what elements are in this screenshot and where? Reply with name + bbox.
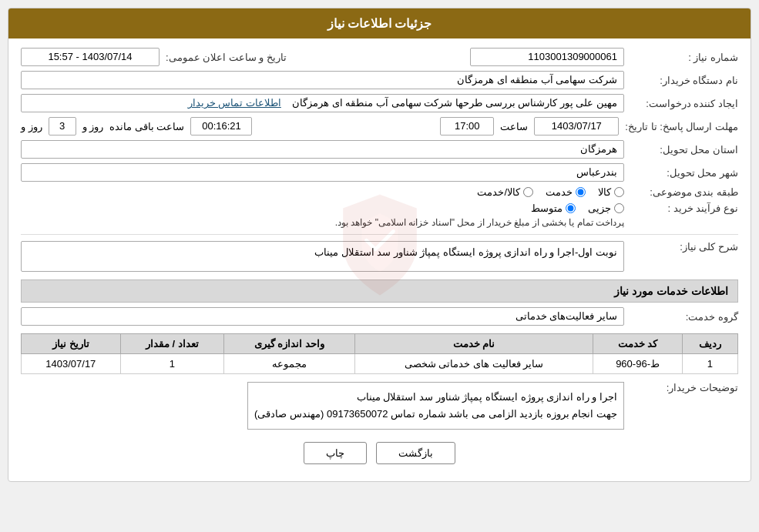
col-header-service-name: نام خدمت: [354, 334, 593, 354]
category-option-kala-khadamat[interactable]: کالا/خدمت: [477, 186, 533, 198]
buyer-notes-line1: اجرا و راه اندازی پروژه ایستگاه پمپاژ شن…: [254, 389, 617, 406]
page-title: جزئیات اطلاعات نیاز: [8, 8, 751, 38]
cell-service-code: ط-96-960: [593, 354, 683, 374]
process-jozi-label: جزیی: [588, 202, 611, 214]
deadline-time: 17:00: [440, 117, 494, 136]
buyer-notes-label: توضیحات خریدار:: [630, 382, 738, 393]
creator-text: مهین علی پور کارشناس بررسی طرحها شرکت سه…: [292, 97, 617, 109]
category-khadamat-label: خدمت: [546, 186, 573, 198]
cell-need-date: 1403/07/17: [22, 354, 121, 374]
city-label: شهر محل تحویل:: [630, 167, 738, 179]
need-number-label: شماره نیاز :: [630, 52, 738, 63]
province-value: هرمزگان: [21, 140, 624, 159]
deadline-roz-label: روز و: [21, 121, 42, 132]
process-type-label: نوع فرآیند خرید :: [630, 202, 738, 214]
print-button[interactable]: چاپ: [304, 442, 367, 464]
category-radio-group: کالا خدمت کالا/خدمت: [477, 186, 624, 198]
action-buttons: بازگشت چاپ: [21, 442, 738, 472]
process-motavasset-label: متوسط: [531, 202, 563, 214]
cell-quantity: 1: [120, 354, 224, 374]
cell-unit: مجموعه: [224, 354, 355, 374]
col-header-service-code: کد خدمت: [593, 334, 683, 354]
col-header-need-date: تاریخ نیاز: [22, 334, 121, 354]
col-header-unit: واحد اندازه گیری: [224, 334, 355, 354]
services-table-section: ردیف کد خدمت نام خدمت واحد اندازه گیری ت…: [21, 333, 738, 374]
need-number-value: 1103001309000061: [470, 48, 624, 66]
deadline-days: 3: [49, 117, 76, 136]
cell-row-num: 1: [682, 354, 737, 374]
deadline-label: مهلت ارسال پاسخ: تا تاریخ:: [625, 121, 738, 132]
pub-datetime-value: 1403/07/14 - 15:57: [21, 48, 160, 66]
deadline-days-label: روز و: [82, 121, 104, 132]
buyer-org-value: شرکت سهامی آب منطقه ای هرمزگان: [21, 71, 624, 89]
creator-label: ایجاد کننده درخواست:: [630, 98, 738, 109]
need-desc-label: شرح کلی نیاز:: [630, 241, 738, 253]
process-note: پرداخت تمام یا بخشی از مبلغ خریدار از مح…: [21, 217, 624, 228]
province-label: استان محل تحویل:: [630, 144, 738, 156]
need-desc-value: نوبت اول-اجرا و راه اندازی پروژه ایستگاه…: [21, 241, 624, 272]
back-button[interactable]: بازگشت: [376, 442, 455, 464]
cell-service-name: سایر فعالیت های خدماتی شخصی: [354, 354, 593, 374]
services-section-header: اطلاعات خدمات مورد نیاز: [21, 279, 738, 303]
category-label: طبقه بندی موضوعی:: [630, 186, 738, 198]
pub-datetime-label: تاریخ و ساعت اعلان عمومی:: [166, 52, 287, 63]
process-option-jozi[interactable]: جزیی: [588, 202, 624, 214]
deadline-time-label: ساعت: [500, 121, 528, 132]
services-table: ردیف کد خدمت نام خدمت واحد اندازه گیری ت…: [21, 333, 738, 374]
category-kala-label: کالا: [598, 186, 611, 198]
contact-link[interactable]: اطلاعات تماس خریدار: [188, 97, 281, 109]
city-value: بندرعباس: [21, 163, 624, 182]
col-header-quantity: تعداد / مقدار: [120, 334, 224, 354]
service-group-value: سایر فعالیت‌های خدماتی: [21, 307, 624, 326]
deadline-remaining-label: ساعت باقی مانده: [109, 121, 184, 132]
process-option-motavasset[interactable]: متوسط: [531, 202, 576, 214]
creator-value: مهین علی پور کارشناس بررسی طرحها شرکت سه…: [21, 94, 624, 112]
category-option-khadamat[interactable]: خدمت: [546, 186, 586, 198]
buyer-notes-line2: جهت انجام بروزه بازدید الزامی می باشد شم…: [254, 406, 617, 423]
service-group-label: گروه خدمت:: [630, 311, 738, 323]
col-header-row-num: ردیف: [682, 334, 737, 354]
category-option-kala[interactable]: کالا: [598, 186, 624, 198]
buyer-org-label: نام دستگاه خریدار:: [630, 75, 738, 86]
deadline-remaining: 00:16:21: [190, 117, 252, 136]
deadline-date: 1403/07/17: [534, 117, 619, 136]
table-row: 1 ط-96-960 سایر فعالیت های خدماتی شخصی م…: [22, 354, 738, 374]
buyer-notes-value: اجرا و راه اندازی پروژه ایستگاه پمپاژ شن…: [247, 382, 624, 430]
category-kala-khadamat-label: کالا/خدمت: [477, 186, 520, 198]
